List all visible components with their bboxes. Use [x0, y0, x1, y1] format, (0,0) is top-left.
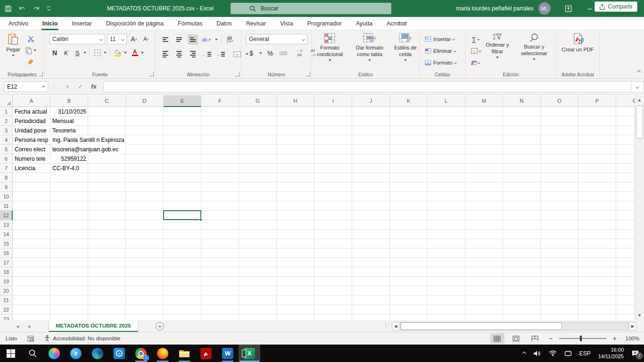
- row-header-13[interactable]: 13: [0, 220, 13, 230]
- view-page-break-icon[interactable]: [528, 333, 542, 344]
- tab-inicio[interactable]: Inicio: [42, 17, 58, 30]
- borders-dropdown[interactable]: [104, 52, 107, 54]
- decrease-font-icon[interactable]: A˅: [141, 34, 151, 44]
- col-header-Q[interactable]: Q: [616, 95, 635, 107]
- zoom-out-icon[interactable]: −: [547, 335, 554, 342]
- cell-B2[interactable]: Mensual: [52, 116, 74, 126]
- chrome-icon[interactable]: [130, 345, 152, 362]
- align-right-icon[interactable]: [188, 49, 198, 59]
- row-header-19[interactable]: 19: [0, 277, 13, 286]
- cell-A1[interactable]: Fecha actual: [15, 107, 50, 116]
- collapse-ribbon-icon[interactable]: [637, 69, 640, 74]
- col-header-E[interactable]: E: [164, 95, 201, 107]
- row-header-12[interactable]: 12: [0, 211, 13, 220]
- avatar[interactable]: ML: [538, 2, 551, 15]
- vertical-scrollbar[interactable]: ▲ ▼: [635, 95, 644, 320]
- cell-B4[interactable]: Ing. Paola Santill n Espinoza: [52, 135, 125, 145]
- row-header-17[interactable]: 17: [0, 258, 13, 267]
- font-name-select[interactable]: Calibri: [50, 34, 105, 44]
- sheet-tab[interactable]: METADATOS OCTUBRE 2025: [49, 320, 138, 332]
- fill-color-dropdown[interactable]: [124, 52, 127, 54]
- next-sheet-icon[interactable]: ▸: [24, 320, 36, 332]
- conditional-formatting-button[interactable]: Formato condicional: [312, 30, 347, 70]
- accessibility-status[interactable]: Accesibilidad: No disponible: [44, 335, 120, 342]
- underline-button[interactable]: S: [72, 48, 83, 58]
- cell-A2[interactable]: Periodicidad: [15, 116, 50, 126]
- col-header-D[interactable]: D: [126, 95, 164, 107]
- merge-center-icon[interactable]: ↔: [232, 49, 242, 59]
- number-format-select[interactable]: General: [246, 34, 307, 44]
- share-button[interactable]: Compartir: [594, 1, 637, 12]
- start-button[interactable]: [0, 345, 22, 362]
- firefox-icon[interactable]: [152, 345, 173, 362]
- search-box[interactable]: Buscar: [231, 3, 391, 14]
- acrobat-icon[interactable]: [195, 345, 217, 362]
- align-middle-icon[interactable]: [174, 34, 184, 45]
- cells-area[interactable]: Fecha actual31/10/2025PeriodicidadMensua…: [13, 107, 635, 320]
- col-header-N[interactable]: N: [503, 95, 541, 107]
- vertical-scroll-thumb[interactable]: [636, 106, 643, 139]
- col-header-C[interactable]: C: [88, 95, 126, 107]
- tab-archivo[interactable]: Archivo: [8, 17, 28, 30]
- col-header-H[interactable]: H: [277, 95, 314, 107]
- user-name[interactable]: maria lourdes peñafiel parrales: [456, 5, 534, 12]
- font-dialog-launcher[interactable]: [149, 72, 154, 76]
- cell-B6[interactable]: 52959122: [52, 154, 86, 164]
- row-header-20[interactable]: 20: [0, 286, 13, 296]
- col-header-B[interactable]: B: [50, 95, 88, 107]
- cell-B1[interactable]: 31/10/2025: [52, 107, 86, 116]
- col-header-J[interactable]: J: [352, 95, 390, 107]
- new-sheet-button[interactable]: +: [156, 322, 164, 330]
- row-header-9[interactable]: 9: [0, 182, 13, 192]
- save-icon[interactable]: [5, 5, 12, 12]
- cell-B7[interactable]: CC-BY-4.0: [52, 164, 80, 173]
- create-pdf-button[interactable]: Crear un PDF: [561, 30, 594, 70]
- scroll-left-icon[interactable]: ◀: [392, 322, 399, 330]
- view-page-layout-icon[interactable]: [509, 333, 523, 344]
- horizontal-scroll-thumb[interactable]: [401, 322, 562, 330]
- scroll-right-icon[interactable]: ▶: [629, 322, 636, 330]
- expand-formula-bar-icon[interactable]: [631, 81, 644, 92]
- increase-decimal-icon[interactable]: ←0,00: [294, 48, 305, 58]
- tab-vista[interactable]: Vista: [280, 17, 293, 30]
- fill-icon[interactable]: ↓: [471, 46, 481, 56]
- scroll-up-icon[interactable]: ▲: [635, 95, 644, 105]
- currency-format-icon[interactable]: $: [246, 48, 256, 58]
- row-header-10[interactable]: 10: [0, 192, 13, 201]
- tab-ayuda[interactable]: Ayuda: [356, 17, 372, 30]
- zoom-level[interactable]: 100%: [623, 336, 639, 341]
- cell-A4[interactable]: Persona resp: [15, 135, 50, 145]
- wrap-text-icon[interactable]: abc↩: [225, 34, 235, 45]
- align-center-icon[interactable]: [174, 49, 184, 59]
- macro-record-icon[interactable]: [27, 336, 34, 342]
- align-bottom-icon[interactable]: [188, 34, 198, 45]
- alignment-dialog-launcher[interactable]: [235, 72, 239, 76]
- align-top-icon[interactable]: [160, 34, 171, 45]
- orientation-icon[interactable]: ab↗: [201, 34, 212, 45]
- horizontal-splitter[interactable]: ⋮⋮: [384, 323, 388, 327]
- row-header-18[interactable]: 18: [0, 267, 13, 277]
- cut-icon[interactable]: [25, 34, 36, 44]
- outlook-icon[interactable]: o: [108, 345, 130, 362]
- tab-revisar[interactable]: Revisar: [246, 17, 266, 30]
- delete-cells-button[interactable]: Eliminar: [423, 46, 465, 56]
- edge-icon[interactable]: [87, 345, 108, 362]
- view-normal-icon[interactable]: [490, 333, 504, 344]
- tab-disposición-de-página[interactable]: Disposición de página: [106, 17, 164, 30]
- tab-fórmulas[interactable]: Fórmulas: [178, 17, 202, 30]
- copilot-icon[interactable]: [43, 345, 65, 362]
- row-header-4[interactable]: 4: [0, 135, 13, 145]
- internet-explorer-icon[interactable]: e: [65, 345, 87, 362]
- prev-sheet-icon[interactable]: ◂: [11, 320, 24, 332]
- enter-icon[interactable]: ✓: [74, 82, 87, 92]
- customize-qat-icon[interactable]: [47, 7, 50, 10]
- zoom-in-icon[interactable]: +: [611, 335, 619, 342]
- file-explorer-icon[interactable]: [173, 345, 195, 362]
- row-header-15[interactable]: 15: [0, 239, 13, 248]
- row-header-3[interactable]: 3: [0, 126, 13, 135]
- percent-format-icon[interactable]: %: [265, 48, 275, 58]
- font-size-select[interactable]: 11: [107, 34, 127, 44]
- col-header-G[interactable]: G: [239, 95, 277, 107]
- col-header-F[interactable]: F: [201, 95, 239, 107]
- row-header-11[interactable]: 11: [0, 201, 13, 211]
